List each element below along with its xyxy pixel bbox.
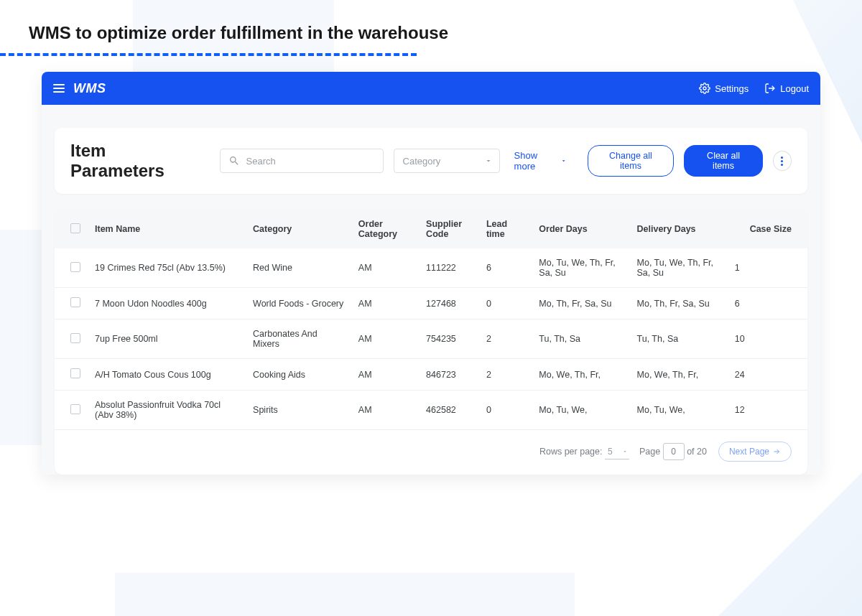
cell-item-name: 19 Crimes Red 75cl (Abv 13.5%): [88, 248, 246, 288]
show-more-label: Show more: [514, 150, 558, 172]
cell-lead-time: 6: [479, 248, 532, 288]
cell-lead-time: 2: [479, 359, 532, 391]
table-row: Absolut Passionfruit Vodka 70cl (Abv 38%…: [55, 391, 807, 430]
cell-delivery-days: Tu, Th, Sa: [630, 319, 728, 359]
cell-case-size: 24: [728, 359, 807, 391]
items-table: Item Name Category Order Category Suppli…: [55, 210, 807, 430]
cell-category: Carbonates And Mixers: [246, 319, 351, 359]
table-header-row: Item Name Category Order Category Suppli…: [55, 210, 807, 248]
cell-case-size: 10: [728, 319, 807, 359]
cell-item-name: A/H Tomato Cous Cous 100g: [88, 359, 246, 391]
col-delivery-days: Delivery Days: [630, 210, 728, 248]
cell-case-size: 6: [728, 288, 807, 319]
page-label: Page: [639, 447, 660, 457]
select-all-checkbox[interactable]: [70, 223, 80, 233]
logo: WMS: [73, 81, 106, 96]
settings-label: Settings: [715, 83, 749, 94]
table-card: Item Name Category Order Category Suppli…: [55, 210, 807, 475]
cell-supplier-code: 111222: [419, 248, 479, 288]
cell-order-days: Mo, We, Th, Fr,: [532, 359, 629, 391]
show-more-link[interactable]: Show more: [514, 150, 567, 172]
change-all-button[interactable]: Change all items: [588, 145, 675, 177]
col-order-days: Order Days: [532, 210, 629, 248]
col-category: Category: [246, 210, 351, 248]
cell-lead-time: 0: [479, 288, 532, 319]
page-input[interactable]: [663, 443, 685, 460]
chevron-down-icon: [560, 157, 567, 164]
page-title: Item Parameters: [70, 141, 195, 181]
row-checkbox[interactable]: [70, 368, 80, 378]
table-row: 19 Crimes Red 75cl (Abv 13.5%)Red WineAM…: [55, 248, 807, 288]
cell-supplier-code: 846723: [419, 359, 479, 391]
more-actions-button[interactable]: [773, 151, 792, 171]
cell-order-days: Tu, Th, Sa: [532, 319, 629, 359]
table-row: 7 Moon Udon Noodles 400gWorld Foods - Gr…: [55, 288, 807, 319]
rows-per-page-label: Rows per page:: [539, 447, 603, 457]
logout-icon: [764, 83, 776, 94]
cell-item-name: 7up Free 500ml: [88, 319, 246, 359]
cell-category: Cooking Aids: [246, 359, 351, 391]
table-row: 7up Free 500mlCarbonates And MixersAM754…: [55, 319, 807, 359]
clear-all-button[interactable]: Clear all items: [684, 145, 763, 177]
cell-order-category: AM: [351, 359, 419, 391]
col-supplier-code: Supplier Code: [419, 210, 479, 248]
col-case-size: Case Size: [728, 210, 807, 248]
next-page-label: Next Page: [729, 447, 769, 457]
cell-supplier-code: 754235: [419, 319, 479, 359]
filter-card: Item Parameters Category Show more Chang…: [55, 128, 807, 194]
cell-item-name: 7 Moon Udon Noodles 400g: [88, 288, 246, 319]
cell-case-size: 1: [728, 248, 807, 288]
menu-icon[interactable]: [53, 84, 65, 93]
row-checkbox[interactable]: [70, 404, 80, 414]
gear-icon: [699, 83, 710, 94]
table-row: A/H Tomato Cous Cous 100gCooking AidsAM8…: [55, 359, 807, 391]
logout-label: Logout: [780, 83, 809, 94]
cell-delivery-days: Mo, Tu, We, Th, Fr, Sa, Su: [630, 248, 728, 288]
cell-category: Spirits: [246, 391, 351, 430]
divider: [0, 53, 417, 56]
cell-order-days: Mo, Tu, We,: [532, 391, 629, 430]
cell-order-days: Mo, Tu, We, Th, Fr, Sa, Su: [532, 248, 629, 288]
cell-order-category: AM: [351, 319, 419, 359]
cell-order-category: AM: [351, 248, 419, 288]
pager: Rows per page: Page of 20 Next Page: [55, 430, 807, 462]
svg-point-0: [703, 87, 706, 90]
col-order-category: Order Category: [351, 210, 419, 248]
logout-button[interactable]: Logout: [764, 83, 809, 94]
app-frame: WMS Settings Logout Item Parameters Cate…: [42, 72, 820, 475]
arrow-right-icon: [772, 447, 781, 456]
settings-button[interactable]: Settings: [699, 83, 749, 94]
cell-order-category: AM: [351, 288, 419, 319]
cell-order-category: AM: [351, 391, 419, 430]
col-item-name: Item Name: [88, 210, 246, 248]
col-lead-time: Lead time: [479, 210, 532, 248]
row-checkbox[interactable]: [70, 262, 80, 272]
page-heading: WMS to optimize order fulfillment in the…: [0, 0, 862, 53]
cell-category: Red Wine: [246, 248, 351, 288]
category-select[interactable]: Category: [394, 149, 500, 173]
cell-lead-time: 0: [479, 391, 532, 430]
row-checkbox[interactable]: [70, 333, 80, 343]
cell-delivery-days: Mo, We, Th, Fr,: [630, 359, 728, 391]
next-page-button[interactable]: Next Page: [718, 442, 792, 462]
cell-supplier-code: 127468: [419, 288, 479, 319]
cell-order-days: Mo, Th, Fr, Sa, Su: [532, 288, 629, 319]
search-input[interactable]: [220, 149, 384, 173]
row-checkbox[interactable]: [70, 297, 80, 307]
rows-per-page-select[interactable]: [605, 444, 629, 459]
app-topbar: WMS Settings Logout: [42, 72, 820, 105]
cell-item-name: Absolut Passionfruit Vodka 70cl (Abv 38%…: [88, 391, 246, 430]
cell-category: World Foods - Grocery: [246, 288, 351, 319]
cell-delivery-days: Mo, Tu, We,: [630, 391, 728, 430]
cell-supplier-code: 462582: [419, 391, 479, 430]
search-icon: [228, 155, 240, 167]
cell-delivery-days: Mo, Th, Fr, Sa, Su: [630, 288, 728, 319]
cell-lead-time: 2: [479, 319, 532, 359]
page-of-label: of 20: [687, 447, 707, 457]
cell-case-size: 12: [728, 391, 807, 430]
